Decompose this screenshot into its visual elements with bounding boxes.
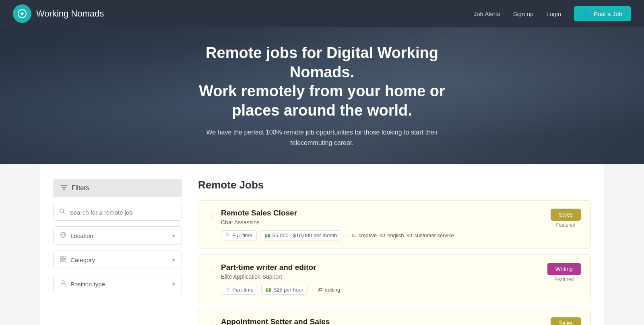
search-input[interactable] [70, 209, 176, 216]
filters-button[interactable]: Filters [53, 179, 182, 197]
badge-right-3: Sales [551, 317, 581, 325]
tag-customer-service: 🏷 customer service [407, 232, 454, 238]
filters-label: Filters [72, 184, 89, 192]
nav-job-alerts[interactable]: Job Alerts [474, 10, 500, 17]
job-title-2[interactable]: Part-time writer and editor [221, 263, 340, 272]
job-card-header-1: Remote Sales Closer Chat Assassins ⏱ Ful… [221, 209, 581, 240]
category-dropdown[interactable]: Category ▾ [53, 250, 182, 269]
job-list-section: Remote Jobs ☆ Remote Sales Closer Chat A… [198, 179, 591, 325]
job-card: ☆ Remote Sales Closer Chat Assassins ⏱ F… [198, 200, 591, 249]
sales-badge-1[interactable]: Sales [551, 209, 581, 221]
job-card-inner-3: Appointment Setter and Sales Sales [221, 317, 581, 325]
job-title-1[interactable]: Remote Sales Closer [221, 209, 454, 217]
svg-line-14 [62, 284, 63, 284]
money-icon-1: 💵 [264, 233, 270, 238]
job-card-header-3: Appointment Setter and Sales Sales [221, 317, 581, 325]
money-icon-2: 💵 [266, 287, 272, 293]
clock-icon-1: ⏱ [225, 233, 230, 238]
clock-icon-2: ⏱ [225, 287, 230, 293]
featured-label-2: Featured [554, 277, 574, 282]
tag-salary-2: 💵 $25 per hour [261, 285, 308, 295]
search-box[interactable] [53, 204, 182, 221]
badge-right-1: Sales Featured [551, 209, 581, 228]
hero-subtitle: We have the perfect 100% remote job oppo… [189, 127, 455, 148]
job-card-inner-2: Part-time writer and editor Elite Applic… [221, 263, 581, 295]
navbar: Working Nomads Job Alerts Sign up Login … [0, 0, 644, 27]
job-title-3[interactable]: Appointment Setter and Sales [221, 317, 330, 325]
job-info-1: Remote Sales Closer Chat Assassins ⏱ Ful… [221, 209, 454, 240]
svg-line-5 [64, 213, 66, 215]
star-icon-1[interactable]: ☆ [208, 210, 215, 220]
tag-editing: 🏷 editing [318, 287, 340, 293]
tag-icon-editing: 🏷 [318, 287, 323, 293]
writing-badge-2[interactable]: Writing [547, 263, 581, 275]
job-card-3: ☆ Appointment Setter and Sales Sales [198, 309, 591, 325]
location-label: Location [70, 232, 168, 239]
hero-content: Remote jobs for Digital Working Nomads.W… [181, 43, 463, 148]
tag-icon-english: 🏷 [380, 232, 385, 238]
star-icon-3[interactable]: ☆ [208, 319, 215, 325]
svg-rect-12 [64, 259, 66, 262]
company-name-2: Elite Application Support [221, 273, 340, 280]
svg-rect-1 [60, 185, 68, 186]
sales-badge-3[interactable]: Sales [551, 317, 581, 325]
hero-section: Remote jobs for Digital Working Nomads.W… [0, 27, 644, 164]
globe-icon [60, 232, 66, 240]
category-icon [60, 256, 66, 264]
tag-icon-cs: 🏷 [407, 232, 412, 238]
brand-link[interactable]: Working Nomads [13, 4, 104, 23]
position-type-dropdown[interactable]: Position type ▾ [53, 275, 182, 293]
nav-signup[interactable]: Sign up [513, 10, 534, 17]
star-icon-2[interactable]: ☆ [208, 265, 215, 274]
search-icon [59, 208, 66, 216]
job-tags-1: ⏱ Full-time 💵 $5,000 - $10,000 per month… [221, 230, 454, 240]
position-type-icon [60, 280, 66, 288]
svg-rect-9 [60, 256, 63, 259]
svg-line-15 [64, 284, 64, 284]
dot-1: · [345, 232, 347, 239]
job-info-3: Appointment Setter and Sales [221, 317, 330, 325]
nav-login[interactable]: Login [546, 10, 561, 17]
filters-icon [60, 184, 68, 192]
sidebar: Filters Location ▾ [53, 179, 182, 325]
tag-english: 🏷 english [380, 232, 404, 238]
company-name-1: Chat Assassins [221, 219, 454, 226]
job-card-inner-1: Remote Sales Closer Chat Assassins ⏱ Ful… [221, 209, 581, 240]
location-dropdown[interactable]: Location ▾ [53, 226, 182, 245]
position-type-label: Position type [70, 281, 168, 288]
svg-point-13 [62, 281, 64, 283]
nav-links: Job Alerts Sign up Login 🌐 Post a Job [474, 6, 631, 21]
tag-creative: 🏷 creative [351, 232, 377, 238]
tag-icon-creative: 🏷 [351, 232, 357, 238]
badge-right-2: Writing Featured [547, 263, 581, 282]
brand-name: Working Nomads [36, 8, 104, 19]
job-card-2: ☆ Part-time writer and editor Elite Appl… [198, 255, 591, 303]
hero-title: Remote jobs for Digital Working Nomads.W… [189, 43, 455, 120]
svg-rect-3 [63, 189, 65, 190]
svg-rect-2 [62, 187, 66, 188]
job-tags-2: ⏱ Part-time 💵 $25 per hour · 🏷 editing [221, 285, 340, 295]
section-title: Remote Jobs [198, 179, 591, 191]
post-job-button[interactable]: 🌐 Post a Job [574, 6, 631, 21]
job-info-2: Part-time writer and editor Elite Applic… [221, 263, 340, 295]
tag-parttime: ⏱ Part-time [221, 285, 258, 295]
dot-2: · [312, 286, 313, 294]
tag-fulltime: ⏱ Full-time [221, 230, 257, 240]
location-chevron-icon: ▾ [172, 233, 175, 239]
category-label: Category [70, 257, 168, 263]
category-chevron-icon: ▾ [172, 257, 175, 263]
svg-rect-10 [64, 256, 66, 259]
post-job-globe-icon: 🌐 [583, 10, 590, 17]
job-card-header-2: Part-time writer and editor Elite Applic… [221, 263, 581, 295]
main-container: Filters Location ▾ [40, 164, 604, 325]
logo-icon [13, 4, 31, 23]
tag-salary-1: 💵 $5,000 - $10,000 per month [260, 230, 341, 240]
featured-label-1: Featured [556, 222, 575, 228]
position-type-chevron-icon: ▾ [172, 281, 175, 287]
svg-rect-11 [60, 259, 63, 262]
